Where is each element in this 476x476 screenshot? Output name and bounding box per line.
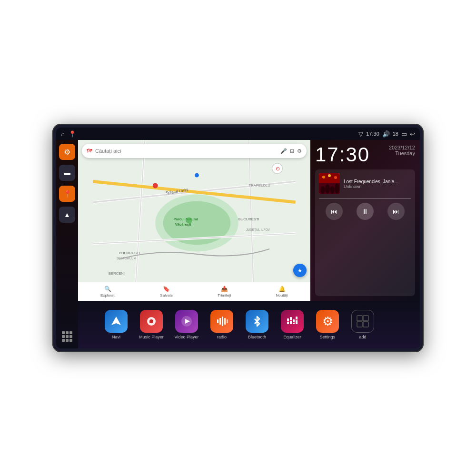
settings-label: Settings [320,335,336,339]
svg-rect-45 [222,317,223,326]
add-label: add [359,335,366,339]
svg-text:⊙: ⊙ [276,166,280,171]
svg-rect-57 [363,316,368,321]
app-bluetooth[interactable]: Bluetooth [241,310,273,339]
map-tab-noutăți[interactable]: 🔔 Noutăți [276,286,288,298]
explore-icon: 🔍 [104,286,111,292]
music-prev-btn[interactable]: ⏮ [326,203,343,220]
music-player: Lost Frequencies_Janie... Unknown ⏮ ⏸ ⏭ [315,169,415,296]
svg-rect-59 [363,322,368,327]
app-add[interactable]: add [347,310,379,339]
svg-rect-55 [296,319,298,320]
navi-label: Navi [112,335,120,339]
music-title: Lost Frequencies_Janie... [344,179,411,184]
share-icon: 📤 [221,286,228,292]
battery-level: 18 [393,131,398,137]
settings-map-icon[interactable]: ⚙ [297,148,302,154]
news-label: Noutăți [276,293,288,298]
equalizer-label: Equalizer [283,335,301,339]
right-panel: 17:30 2023/12/12 Tuesday [310,140,420,301]
svg-rect-47 [227,319,228,323]
svg-point-34 [322,176,325,178]
map-panel[interactable]: 🗺 Căutați aici 🎤 ⊞ ⚙ [78,140,310,301]
svg-point-31 [325,184,330,194]
svg-point-35 [328,174,331,177]
sidebar: ⚙ ▬ 📍 ▲ [56,140,78,348]
app-equalizer[interactable]: Equalizer [276,310,308,339]
map-tab-explorați[interactable]: 🔍 Explorați [100,286,115,298]
equalizer-icon [281,310,304,333]
radio-icon [210,310,233,333]
google-maps-icon: 🗺 [87,148,92,154]
svg-text:BUCUREȘTI: BUCUREȘTI [119,251,140,255]
folder-sidebar-btn[interactable]: ▬ [59,165,75,181]
settings-icon: ⚙ [316,310,339,333]
music-pause-btn[interactable]: ⏸ [357,203,374,220]
map-search-input[interactable]: Căutați aici [95,148,278,154]
grid-dots-icon [62,331,72,342]
map-location-button[interactable]: ★ [293,264,307,277]
grid-menu-btn[interactable] [59,328,75,345]
music-player-label: Music Player [139,335,164,339]
music-player-icon: ♫ [140,310,163,333]
svg-text:BERCENI: BERCENI [109,271,125,276]
clock-date: 2023/12/12 Tuesday [389,145,415,156]
app-radio[interactable]: radio [206,310,238,339]
map-sidebar-btn[interactable]: 📍 [59,186,75,202]
clock-time: 17:30 [315,145,370,165]
svg-text:TRAPELOLU: TRAPELOLU [248,183,270,188]
main-content: ⚙ ▬ 📍 ▲ [56,140,420,348]
screen: ⌂ 📍 ▽ 17:30 🔊 18 ▭ ↩ ⚙ ▬ 📍 [56,128,420,348]
map-search-bar[interactable]: 🗺 Căutați aici 🎤 ⊞ ⚙ [82,144,307,158]
news-icon: 🔔 [278,286,286,292]
map-icon[interactable]: 📍 [69,130,76,138]
svg-point-36 [334,176,337,179]
map-tab-trimiteți[interactable]: 📤 Trimiteți [218,286,231,298]
svg-rect-44 [219,318,221,325]
clock-date-day: Tuesday [389,150,415,156]
app-video-player[interactable]: Video Player [170,310,203,339]
saved-icon: 🔖 [163,286,170,292]
center-area: 🗺 Căutați aici 🎤 ⊞ ⚙ [78,140,420,348]
music-info: Lost Frequencies_Janie... Unknown [319,173,411,194]
music-controls: ⏮ ⏸ ⏭ [319,203,411,220]
settings-sidebar-btn[interactable]: ⚙ [59,144,75,160]
app-navi[interactable]: Navi [100,310,132,339]
back-icon[interactable]: ↩ [410,130,415,138]
svg-rect-58 [357,322,362,327]
star-icon: ★ [298,268,302,274]
svg-point-32 [330,186,335,194]
svg-point-24 [195,173,199,178]
video-player-icon [175,310,198,333]
music-progress-bar [319,198,411,199]
home-icon[interactable]: ⌂ [61,130,65,138]
status-bar: ⌂ 📍 ▽ 17:30 🔊 18 ▭ ↩ [56,128,420,140]
nav-sidebar-btn[interactable]: ▲ [59,207,75,223]
music-next-btn[interactable]: ⏭ [387,203,405,220]
clock-date-year: 2023/12/12 [389,145,415,150]
app-music-player[interactable]: ♫ Music Player [135,310,168,339]
svg-text:BUCUREȘTI: BUCUREȘTI [238,217,259,221]
map-search-icons: 🎤 ⊞ ⚙ [280,148,302,154]
map-tab-salvate[interactable]: 🔖 Salvate [160,286,173,298]
svg-point-33 [335,183,339,194]
app-settings[interactable]: ⚙ Settings [311,310,344,339]
layers-icon[interactable]: ⊞ [290,148,294,154]
status-left-icons: ⌂ 📍 [61,130,76,138]
saved-label: Salvate [160,293,173,298]
volume-icon: 🔊 [382,130,390,138]
radio-label: radio [217,335,227,339]
svg-rect-53 [290,320,292,321]
map-pin-sidebar-icon: 📍 [63,190,71,198]
wifi-icon: ▽ [358,130,363,138]
svg-rect-50 [293,319,295,324]
explore-label: Explorați [100,293,115,298]
microphone-icon[interactable]: 🎤 [280,148,287,154]
svg-rect-43 [217,319,218,323]
add-icon [351,310,374,333]
clock-section: 17:30 2023/12/12 Tuesday [315,145,415,165]
bluetooth-icon [246,310,268,333]
video-player-label: Video Player [175,335,199,339]
status-time: 17:30 [366,131,379,137]
gear-icon: ⚙ [64,148,70,157]
